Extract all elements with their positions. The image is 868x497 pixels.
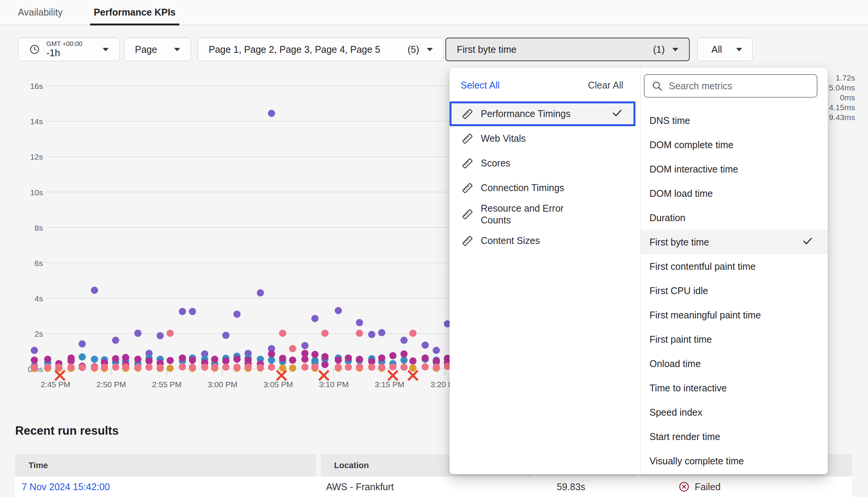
data-point-series-purple[interactable] <box>134 329 141 337</box>
data-point-series-purple[interactable] <box>311 315 318 322</box>
data-point-series-pink[interactable] <box>179 363 186 370</box>
data-point-series-magenta[interactable] <box>31 356 38 364</box>
data-point-series-purple[interactable] <box>356 319 363 326</box>
data-point-series-magenta[interactable] <box>44 356 51 363</box>
metric-option-first-paint-time[interactable]: First paint time <box>641 327 828 351</box>
metric-option-visually-complete-time[interactable]: Visually complete time <box>641 449 828 473</box>
data-point-series-orange[interactable] <box>166 365 174 372</box>
data-point-series-magenta[interactable] <box>112 355 119 362</box>
data-point-series-purple[interactable] <box>335 307 342 314</box>
tab-availability[interactable]: Availability <box>18 0 63 25</box>
data-point-series-pink[interactable] <box>244 363 252 370</box>
failed-run-marker[interactable] <box>277 371 286 380</box>
column-header-time[interactable]: Time <box>15 454 316 476</box>
data-point-series-pink[interactable] <box>356 329 363 337</box>
data-point-series-magenta[interactable] <box>289 356 296 364</box>
data-point-series-pink[interactable] <box>201 364 208 371</box>
data-point-series-magenta[interactable] <box>301 356 309 363</box>
data-point-series-magenta[interactable] <box>322 353 329 360</box>
data-point-series-magenta[interactable] <box>134 356 141 363</box>
data-point-series-magenta[interactable] <box>166 357 174 364</box>
data-point-series-pink[interactable] <box>345 364 352 371</box>
data-point-series-magenta[interactable] <box>268 350 275 358</box>
data-point-series-pink[interactable] <box>134 364 141 371</box>
data-point-series-purple[interactable] <box>421 342 429 349</box>
data-point-series-blue[interactable] <box>401 356 408 364</box>
data-point-series-purple[interactable] <box>112 337 119 344</box>
data-point-series-pink[interactable] <box>166 329 174 337</box>
data-point-series-pink[interactable] <box>257 364 264 371</box>
data-point-series-pink[interactable] <box>146 364 153 371</box>
data-point-series-magenta[interactable] <box>401 350 408 358</box>
data-point-series-magenta[interactable] <box>389 352 396 359</box>
metric-option-first-cpu-idle[interactable]: First CPU idle <box>641 279 828 303</box>
data-point-series-magenta[interactable] <box>322 361 329 368</box>
data-point-series-pink[interactable] <box>79 364 86 371</box>
data-point-series-purple[interactable] <box>91 286 98 294</box>
data-point-series-purple[interactable] <box>433 347 440 354</box>
data-point-series-purple[interactable] <box>233 310 241 318</box>
data-point-series-pink[interactable] <box>211 364 218 371</box>
data-point-series-magenta[interactable] <box>233 356 241 363</box>
metric-option-first-contentful-paint-time[interactable]: First contentful paint time <box>641 254 828 279</box>
data-point-series-magenta[interactable] <box>222 358 230 365</box>
data-point-series-pink[interactable] <box>421 363 429 370</box>
data-point-series-pink[interactable] <box>401 364 408 371</box>
data-point-series-purple[interactable] <box>301 342 309 349</box>
scope-dropdown[interactable]: All <box>697 38 752 61</box>
metric-option-dom-load-time[interactable]: DOM load time <box>641 181 828 206</box>
data-point-series-magenta[interactable] <box>311 351 318 358</box>
data-point-series-purple[interactable] <box>189 308 196 315</box>
failed-run-marker[interactable] <box>389 371 397 380</box>
metric-option-time-to-interactive[interactable]: Time to interactive <box>641 376 828 400</box>
category-web-vitals[interactable]: Web Vitals <box>450 126 640 151</box>
search-metrics-input[interactable] <box>669 81 810 92</box>
category-performance-timings[interactable]: Performance Timings <box>450 101 635 126</box>
data-point-series-pink[interactable] <box>122 363 129 370</box>
metric-option-dns-time[interactable]: DNS time <box>641 108 828 133</box>
pages-multiselect[interactable]: Page 1, Page 2, Page 3, Page 4, Page 5 (… <box>198 38 444 61</box>
data-point-series-purple[interactable] <box>401 337 408 344</box>
data-point-series-pink[interactable] <box>91 364 98 371</box>
data-point-series-pink[interactable] <box>101 364 108 371</box>
metric-option-first-meaningful-paint-time[interactable]: First meaningful paint time <box>641 303 828 327</box>
failed-run-marker[interactable] <box>409 371 417 380</box>
data-point-series-magenta[interactable] <box>409 358 417 365</box>
data-point-series-pink[interactable] <box>268 364 275 371</box>
data-point-series-pink[interactable] <box>311 363 318 370</box>
category-scores[interactable]: Scores <box>450 151 640 176</box>
metric-multiselect[interactable]: First byte time (1) <box>445 38 690 61</box>
metric-option-onload-time[interactable]: Onload time <box>641 351 828 376</box>
failed-run-marker[interactable] <box>320 371 328 380</box>
metric-option-dom-complete-time[interactable]: DOM complete time <box>641 133 828 157</box>
data-point-series-purple[interactable] <box>31 347 38 354</box>
data-point-series-magenta[interactable] <box>146 358 153 365</box>
data-point-series-pink[interactable] <box>356 363 363 370</box>
data-point-series-purple[interactable] <box>257 289 264 296</box>
data-point-series-purple[interactable] <box>368 331 375 338</box>
data-point-series-pink[interactable] <box>233 364 241 371</box>
data-point-series-pink[interactable] <box>322 329 329 337</box>
data-point-series-pink[interactable] <box>378 364 385 371</box>
data-point-series-pink[interactable] <box>112 364 119 371</box>
clear-all-link[interactable]: Clear All <box>588 80 623 91</box>
data-point-series-pink[interactable] <box>409 329 417 337</box>
data-point-series-orange[interactable] <box>409 364 417 372</box>
group-by-dropdown[interactable]: Page <box>124 38 191 61</box>
failed-run-marker[interactable] <box>56 371 64 380</box>
data-point-series-blue[interactable] <box>79 353 86 361</box>
data-point-series-pink[interactable] <box>157 364 164 371</box>
tab-performance-kpis[interactable]: Performance KPIs <box>94 0 176 25</box>
data-point-series-magenta[interactable] <box>356 356 363 363</box>
metric-option-start-render-time[interactable]: Start render time <box>641 424 828 449</box>
category-connection-timings[interactable]: Connection Timings <box>450 176 640 200</box>
metric-option-first-byte-time[interactable]: First byte time <box>641 230 828 254</box>
data-point-series-pink[interactable] <box>68 364 75 371</box>
metric-option-dom-interactive-time[interactable]: DOM interactive time <box>641 157 828 181</box>
data-point-series-pink[interactable] <box>368 364 375 371</box>
data-point-series-purple[interactable] <box>378 329 385 336</box>
data-point-series-pink[interactable] <box>433 364 440 371</box>
data-point-series-magenta[interactable] <box>211 356 218 363</box>
data-point-series-pink[interactable] <box>189 364 196 371</box>
data-point-series-magenta[interactable] <box>179 355 186 362</box>
